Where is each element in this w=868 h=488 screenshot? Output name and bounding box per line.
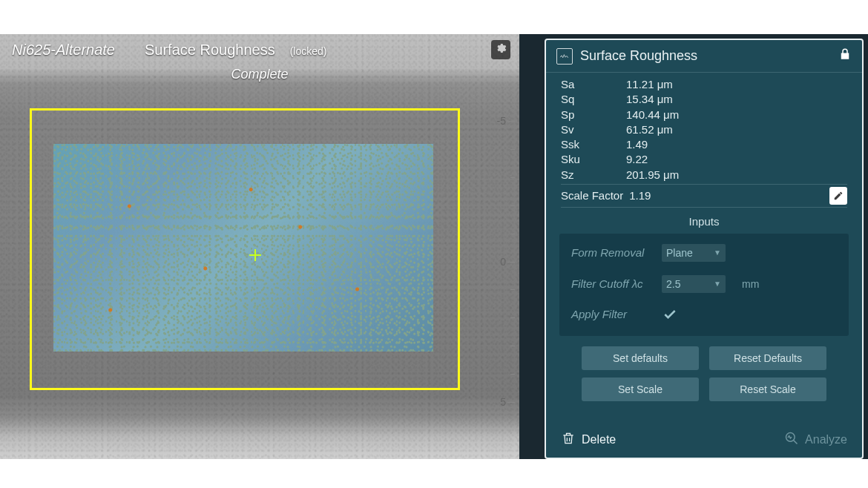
viewport-settings-button[interactable] bbox=[491, 40, 510, 59]
inputs-form: Form Removal Plane ▼ Filter Cutoff λc 2.… bbox=[559, 234, 849, 336]
lock-icon[interactable] bbox=[838, 47, 852, 65]
apply-filter-checkbox[interactable] bbox=[662, 306, 678, 323]
roughness-icon bbox=[556, 48, 573, 65]
set-scale-button[interactable]: Set Scale bbox=[582, 377, 699, 401]
trash-icon bbox=[561, 431, 576, 449]
form-removal-value: Plane bbox=[666, 247, 693, 259]
apply-filter-row: Apply Filter bbox=[571, 306, 837, 323]
properties-panel: Surface Roughness Sa11.21 μm Sq15.34 μm … bbox=[540, 34, 868, 459]
form-removal-select[interactable]: Plane ▼ bbox=[662, 244, 726, 262]
scale-factor-label: Scale Factor bbox=[561, 189, 623, 202]
metric-row: Sv61.52 μm bbox=[561, 122, 847, 137]
reset-scale-button[interactable]: Reset Scale bbox=[709, 377, 826, 401]
viewport-title-bar: Ni625-Alternate Surface Roughness (locke… bbox=[12, 42, 484, 59]
delete-label: Delete bbox=[582, 433, 616, 446]
analysis-mode-title: Surface Roughness bbox=[145, 42, 275, 59]
edit-scale-button[interactable] bbox=[829, 187, 847, 205]
metric-row: Sku9.22 bbox=[561, 152, 847, 167]
filter-cutoff-label: Filter Cutoff λc bbox=[571, 277, 653, 290]
analyze-icon bbox=[784, 431, 799, 449]
inputs-heading: Inputs bbox=[559, 215, 849, 228]
inputs-section: Inputs Form Removal Plane ▼ Filter Cutof… bbox=[546, 209, 862, 423]
set-defaults-button[interactable]: Set defaults bbox=[582, 346, 699, 370]
reset-defaults-button[interactable]: Reset Defaults bbox=[709, 346, 826, 370]
metric-row: Sa11.21 μm bbox=[561, 77, 847, 92]
scale-factor-row: Scale Factor 1.19 bbox=[561, 184, 847, 208]
filter-cutoff-row: Filter Cutoff λc 2.5 ▼ mm bbox=[571, 275, 837, 293]
scale-tick-pos5: 5 bbox=[500, 396, 506, 408]
delete-button[interactable]: Delete bbox=[561, 431, 616, 449]
chevron-down-icon: ▼ bbox=[714, 280, 721, 288]
analysis-status: Complete bbox=[0, 67, 519, 82]
metric-row: Sp140.44 μm bbox=[561, 108, 847, 122]
analyze-label: Analyze bbox=[805, 433, 847, 446]
apply-filter-label: Apply Filter bbox=[571, 308, 653, 320]
filter-cutoff-unit: mm bbox=[742, 278, 759, 290]
metric-row: Ssk1.49 bbox=[561, 137, 847, 152]
metrics-block: Sa11.21 μm Sq15.34 μm Sp140.44 μm Sv61.5… bbox=[546, 73, 862, 209]
panel-button-grid: Set defaults Reset Defaults Set Scale Re… bbox=[582, 346, 826, 401]
card-title: Surface Roughness bbox=[580, 48, 697, 64]
scale-tick-zero: 0 bbox=[500, 256, 506, 268]
analyze-button[interactable]: Analyze bbox=[784, 431, 847, 449]
vertical-scale-ruler: -5 0 5 bbox=[503, 86, 515, 437]
locked-tag: (locked) bbox=[290, 45, 327, 57]
metric-row: Sq15.34 μm bbox=[561, 92, 847, 107]
roughness-card: Surface Roughness Sa11.21 μm Sq15.34 μm … bbox=[545, 39, 864, 459]
scale-factor-value: 1.19 bbox=[629, 189, 823, 202]
image-viewport[interactable]: Ni625-Alternate Surface Roughness (locke… bbox=[0, 34, 519, 459]
filter-cutoff-select[interactable]: 2.5 ▼ bbox=[662, 275, 726, 293]
chevron-down-icon: ▼ bbox=[714, 248, 721, 257]
scale-tick-neg5: -5 bbox=[497, 115, 506, 127]
metric-row: Sz201.95 μm bbox=[561, 168, 847, 182]
sample-name: Ni625-Alternate bbox=[12, 42, 115, 59]
roi-rectangle[interactable] bbox=[30, 108, 460, 390]
panel-gap bbox=[519, 34, 540, 459]
card-header: Surface Roughness bbox=[546, 40, 862, 73]
form-removal-row: Form Removal Plane ▼ bbox=[571, 244, 837, 262]
card-footer: Delete Analyze bbox=[546, 423, 862, 458]
app-root: Ni625-Alternate Surface Roughness (locke… bbox=[0, 34, 868, 459]
form-removal-label: Form Removal bbox=[571, 246, 653, 259]
filter-cutoff-value: 2.5 bbox=[666, 278, 680, 290]
gear-icon bbox=[495, 42, 507, 57]
